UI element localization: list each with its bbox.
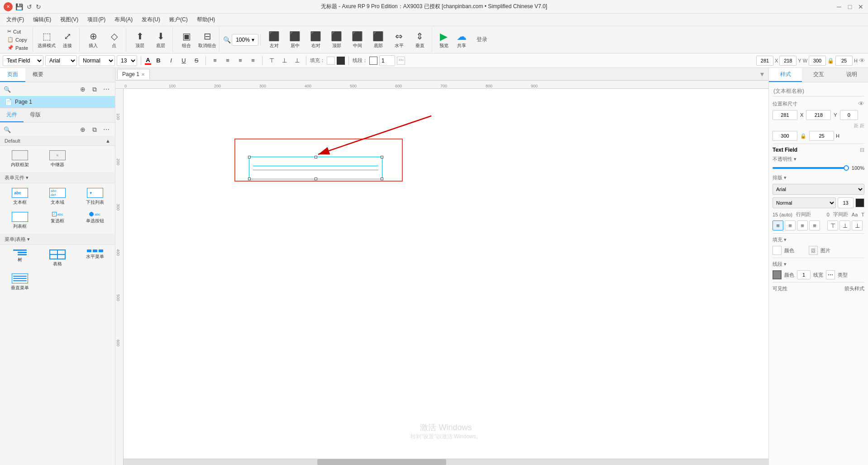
table-item[interactable]: 表格 bbox=[40, 248, 75, 269]
menu-account[interactable]: 账户(C) bbox=[165, 14, 192, 25]
stroke-width-input-right[interactable] bbox=[797, 270, 811, 279]
copy-page-button[interactable]: ⧉ bbox=[90, 84, 100, 94]
zero-input[interactable] bbox=[840, 110, 858, 120]
widget-style-link[interactable]: 箭头样式 bbox=[844, 285, 864, 292]
preview-button[interactable]: ▶ 预览 bbox=[436, 29, 452, 51]
stroke-type-button[interactable]: ⋯ bbox=[397, 57, 405, 65]
stroke-width-input[interactable] bbox=[379, 55, 395, 66]
textfield-item[interactable]: abc 文本框 bbox=[3, 186, 38, 207]
text-align-justify-btn[interactable]: ≡ bbox=[809, 221, 820, 230]
page-menu-button[interactable]: ⋯ bbox=[101, 84, 111, 94]
pos-y-input[interactable] bbox=[806, 110, 831, 120]
cut-button[interactable]: ✂ Cut bbox=[5, 28, 31, 35]
font-family-select[interactable]: Arial bbox=[45, 55, 77, 66]
resize-handle-bm[interactable] bbox=[315, 177, 317, 180]
stroke-color-button[interactable] bbox=[369, 57, 377, 65]
stroke-color-swatch[interactable] bbox=[773, 270, 782, 279]
resize-handle-tm[interactable] bbox=[315, 156, 317, 158]
right-font-family-select[interactable]: Arial bbox=[773, 184, 864, 195]
valign-middle-button[interactable]: ⊥ bbox=[279, 55, 290, 66]
widget-type-select[interactable]: Text Field bbox=[3, 55, 43, 66]
select-mode-button[interactable]: ⬚ 选择模式 bbox=[37, 28, 57, 52]
align-justify-fmt-button[interactable]: ≡ bbox=[248, 55, 258, 66]
radio-item[interactable]: abc 单选按钮 bbox=[77, 210, 112, 231]
font-T-btn[interactable]: T bbox=[861, 212, 864, 217]
default-section-chevron-icon[interactable]: ▲ bbox=[105, 138, 110, 144]
dist-v-button[interactable]: ⇕ 垂直 bbox=[410, 28, 430, 52]
save-icon[interactable]: 💾 bbox=[15, 3, 23, 10]
connect-button[interactable]: ⤢ 连接 bbox=[57, 28, 77, 52]
w-input[interactable] bbox=[809, 56, 826, 66]
undo-icon[interactable]: ↺ bbox=[27, 3, 32, 10]
pos-x-input[interactable] bbox=[773, 110, 797, 120]
top-button[interactable]: ⬆ 顶层 bbox=[130, 28, 150, 52]
resize-handle-tr[interactable] bbox=[381, 156, 383, 158]
visibility-link[interactable]: 可见性 bbox=[773, 285, 787, 292]
widget-name-input[interactable] bbox=[773, 86, 864, 96]
strikethrough-button[interactable]: S bbox=[191, 55, 202, 66]
canvas-textfield[interactable] bbox=[249, 157, 382, 179]
interact-tab[interactable]: 交互 bbox=[802, 68, 835, 82]
copy-button[interactable]: 📋 Copy bbox=[5, 36, 31, 43]
ungroup-button[interactable]: ⊟ 取消组合 bbox=[197, 28, 217, 52]
scrollbar-horizontal[interactable] bbox=[124, 459, 768, 465]
h-input[interactable] bbox=[835, 56, 853, 66]
comp-copy-button[interactable]: ⧉ bbox=[90, 125, 100, 134]
italic-button[interactable]: I bbox=[166, 55, 176, 66]
resize-handle-bl[interactable] bbox=[248, 177, 251, 180]
scrollbar-thumb[interactable] bbox=[317, 459, 446, 465]
zoom-control[interactable]: 100% ▾ bbox=[232, 34, 258, 46]
underline-button[interactable]: U bbox=[178, 55, 189, 66]
x-input[interactable] bbox=[756, 56, 773, 66]
explain-tab[interactable]: 说明 bbox=[835, 68, 868, 82]
font-case-btn[interactable]: Aa bbox=[852, 212, 858, 217]
fill-solid-button[interactable] bbox=[337, 57, 345, 65]
components-tab[interactable]: 元件 bbox=[0, 108, 24, 122]
font-color-button[interactable]: A bbox=[145, 57, 151, 65]
redo-icon[interactable]: ↻ bbox=[36, 3, 41, 10]
text-align-left-btn[interactable]: ≡ bbox=[773, 221, 783, 230]
masters-tab[interactable]: 母版 bbox=[24, 108, 47, 122]
y-input[interactable] bbox=[779, 56, 796, 66]
hmenu-item[interactable]: 水平菜单 bbox=[77, 248, 112, 269]
dist-h-button[interactable]: ⇔ 水平 bbox=[389, 28, 409, 52]
comp-menu-button[interactable]: ⋯ bbox=[101, 125, 111, 134]
inline-frame-item[interactable]: 内联框架 bbox=[3, 149, 38, 170]
visibility-toggle-icon[interactable]: 👁 bbox=[859, 57, 865, 64]
menu-layout[interactable]: 布局(A) bbox=[110, 14, 137, 25]
align-right-button[interactable]: ⬛ 右对 bbox=[306, 28, 326, 52]
edge-bottom-button[interactable]: ⬛ 底部 bbox=[368, 28, 388, 52]
fill-color-swatch[interactable] bbox=[773, 246, 782, 255]
checkbox-item[interactable]: ✓ abc 复选框 bbox=[40, 210, 75, 231]
insert-button[interactable]: ⊕ 插入 bbox=[83, 28, 103, 52]
listbox-item[interactable]: 列表框 bbox=[3, 210, 38, 231]
pos-h-input[interactable] bbox=[809, 131, 834, 141]
maximize-button[interactable]: □ bbox=[846, 3, 854, 10]
add-page-button[interactable]: ⊕ bbox=[78, 84, 88, 94]
menu-project[interactable]: 项目(P) bbox=[83, 14, 110, 25]
resize-handle-br[interactable] bbox=[381, 177, 383, 180]
stroke-type-button-right[interactable]: ⋯ bbox=[826, 270, 835, 279]
page-tab-close-icon[interactable]: ✕ bbox=[141, 72, 145, 77]
visibility-icon[interactable]: 👁 bbox=[858, 100, 864, 107]
page-tab-1[interactable]: Page 1 ✕ bbox=[117, 69, 150, 79]
close-button[interactable]: ✕ bbox=[4, 2, 13, 11]
dropdown-item[interactable]: ▼ 下拉列表 bbox=[77, 186, 112, 207]
textarea-item[interactable]: abcdef 文本域 bbox=[40, 186, 75, 207]
point-button[interactable]: ◇ 点 bbox=[104, 28, 124, 52]
minimize-button[interactable]: ─ bbox=[835, 3, 843, 10]
text-align-center-btn[interactable]: ≡ bbox=[785, 221, 796, 230]
valign-bot-btn[interactable]: ⊥ bbox=[852, 221, 863, 230]
comp-add-button[interactable]: ⊕ bbox=[78, 125, 88, 134]
menu-publish[interactable]: 发布(U) bbox=[137, 14, 165, 25]
opacity-slider[interactable] bbox=[773, 167, 849, 169]
canvas-scroll-area[interactable]: 激活 Windows 转到"设置"以激活 Windows。 bbox=[124, 89, 768, 459]
pos-w-input[interactable] bbox=[773, 131, 797, 141]
edge-middle-button[interactable]: ⬛ 中间 bbox=[348, 28, 367, 52]
page-item[interactable]: 📄 Page 1 bbox=[0, 96, 115, 108]
valign-bottom-button[interactable]: ⊥ bbox=[291, 55, 302, 66]
right-font-style-select[interactable]: Normal bbox=[773, 197, 836, 208]
font-size-select[interactable]: 13 bbox=[117, 55, 137, 66]
paste-button[interactable]: 📌 Paste bbox=[5, 44, 31, 52]
resize-handle-tl[interactable] bbox=[248, 156, 251, 158]
